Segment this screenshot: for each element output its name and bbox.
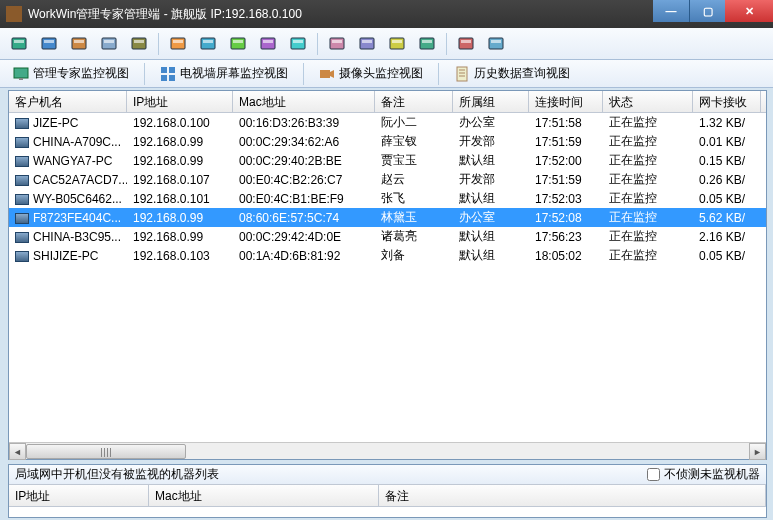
svg-rect-36 (161, 75, 167, 81)
svg-rect-39 (457, 67, 467, 81)
toolbar-button[interactable] (96, 31, 122, 57)
table-row[interactable]: WY-B05C6462...192.168.0.10100:E0:4C:B1:B… (9, 189, 766, 208)
no-detect-checkbox[interactable]: 不侦测未监视机器 (647, 466, 760, 483)
table-header: 客户机名 IP地址 Mac地址 备注 所属组 连接时间 状态 网卡接收 (9, 91, 766, 113)
cell: 正在监控 (603, 170, 693, 189)
svg-rect-32 (14, 68, 28, 78)
cell: 0.01 KB/ (693, 134, 761, 150)
svg-rect-29 (461, 40, 471, 43)
cell: 正在监控 (603, 189, 693, 208)
windows-icon (70, 35, 88, 53)
export-icon (388, 35, 406, 53)
toolbar-button[interactable] (165, 31, 191, 57)
col-mac[interactable]: Mac地址 (233, 91, 375, 112)
cell: 正在监控 (603, 208, 693, 227)
svg-rect-21 (332, 40, 342, 43)
panel-header: 局域网中开机但没有被监视的机器列表 不侦测未监视机器 (9, 465, 766, 485)
table-row[interactable]: SHIJIZE-PC192.168.0.10300:1A:4D:6B:81:92… (9, 246, 766, 265)
col-time[interactable]: 连接时间 (529, 91, 603, 112)
svg-rect-11 (173, 40, 183, 43)
svg-rect-33 (19, 78, 23, 80)
minimize-button[interactable]: — (653, 0, 689, 22)
cell: 诸葛亮 (375, 227, 453, 246)
scroll-left-arrow[interactable]: ◄ (9, 443, 26, 460)
toolbar-button[interactable] (195, 31, 221, 57)
table-row[interactable]: CHINA-B3C95...192.168.0.9900:0C:29:42:4D… (9, 227, 766, 246)
table-row[interactable]: CHINA-A709C...192.168.0.9900:0C:29:34:62… (9, 132, 766, 151)
table-row[interactable]: F8723FE404C...192.168.0.9908:60:6E:57:5C… (9, 208, 766, 227)
toolbar-button[interactable] (285, 31, 311, 57)
svg-rect-30 (489, 38, 503, 49)
cell: 5.62 KB/ (693, 210, 761, 226)
toolbar-button[interactable] (483, 31, 509, 57)
cell: 贾宝玉 (375, 151, 453, 170)
cell: CHINA-B3C95... (9, 229, 127, 245)
monitor-icon (13, 66, 29, 82)
settings-icon (259, 35, 277, 53)
tab-label: 历史数据查询视图 (474, 65, 570, 82)
panel-title: 局域网中开机但没有被监视的机器列表 (15, 466, 219, 483)
folder-icon (169, 35, 187, 53)
col-status[interactable]: 状态 (603, 91, 693, 112)
toolbar-button[interactable] (66, 31, 92, 57)
svg-rect-25 (392, 40, 402, 43)
scroll-thumb[interactable] (26, 444, 186, 459)
toolbar-button[interactable] (255, 31, 281, 57)
toolbar-button[interactable] (414, 31, 440, 57)
cell: 正在监控 (603, 132, 693, 151)
svg-rect-14 (231, 38, 245, 49)
tab-expert-view[interactable]: 管理专家监控视图 (6, 62, 136, 85)
svg-rect-15 (233, 40, 243, 43)
window-title: WorkWin管理专家管理端 - 旗舰版 IP:192.168.0.100 (28, 6, 653, 23)
cell: WY-B05C6462... (9, 191, 127, 207)
view-tabs: 管理专家监控视图 电视墙屏幕监控视图 摄像头监控视图 历史数据查询视图 (0, 60, 773, 88)
col-clientname[interactable]: 客户机名 (9, 91, 127, 112)
table-row[interactable]: JIZE-PC192.168.0.10000:16:D3:26:B3:39阮小二… (9, 113, 766, 132)
cell: 192.168.0.103 (127, 248, 233, 264)
col-mac[interactable]: Mac地址 (149, 485, 379, 506)
table-row[interactable]: WANGYA7-PC192.168.0.9900:0C:29:40:2B:BE贾… (9, 151, 766, 170)
toolbar-button[interactable] (225, 31, 251, 57)
svg-rect-27 (422, 40, 432, 43)
list-icon (418, 35, 436, 53)
col-note[interactable]: 备注 (375, 91, 453, 112)
svg-rect-18 (291, 38, 305, 49)
scroll-track[interactable] (26, 443, 749, 459)
table-row[interactable]: CAC52A7ACD7...192.168.0.10700:E0:4C:B2:2… (9, 170, 766, 189)
cell: CHINA-A709C... (9, 134, 127, 150)
camera-icon (319, 66, 335, 82)
col-group[interactable]: 所属组 (453, 91, 529, 112)
tab-history-view[interactable]: 历史数据查询视图 (447, 62, 577, 85)
toolbar-button[interactable] (324, 31, 350, 57)
col-note[interactable]: 备注 (379, 485, 766, 506)
tab-camera-view[interactable]: 摄像头监控视图 (312, 62, 430, 85)
cell: 192.168.0.99 (127, 153, 233, 169)
cell: 17:51:59 (529, 172, 603, 188)
document-icon (454, 66, 470, 82)
toolbar-button[interactable] (354, 31, 380, 57)
log-icon (358, 35, 376, 53)
svg-rect-13 (203, 40, 213, 43)
col-ip[interactable]: IP地址 (127, 91, 233, 112)
separator (303, 63, 304, 85)
computer-icon (15, 213, 29, 224)
scroll-right-arrow[interactable]: ► (749, 443, 766, 460)
toolbar-button[interactable] (453, 31, 479, 57)
app-icon (6, 6, 22, 22)
tab-label: 电视墙屏幕监控视图 (180, 65, 288, 82)
toolbar-button[interactable] (384, 31, 410, 57)
maximize-button[interactable]: ▢ (689, 0, 725, 22)
checkbox-input[interactable] (647, 468, 660, 481)
svg-rect-31 (491, 40, 501, 43)
col-ip[interactable]: IP地址 (9, 485, 149, 506)
col-rx[interactable]: 网卡接收 (693, 91, 761, 112)
cell: 17:52:00 (529, 153, 603, 169)
close-button[interactable]: ✕ (725, 0, 773, 22)
cell: CAC52A7ACD7... (9, 172, 127, 188)
horizontal-scrollbar[interactable]: ◄ ► (9, 442, 766, 459)
toolbar-button[interactable] (36, 31, 62, 57)
tab-tvwall-view[interactable]: 电视墙屏幕监控视图 (153, 62, 295, 85)
svg-rect-22 (360, 38, 374, 49)
toolbar-button[interactable] (126, 31, 152, 57)
toolbar-button[interactable] (6, 31, 32, 57)
